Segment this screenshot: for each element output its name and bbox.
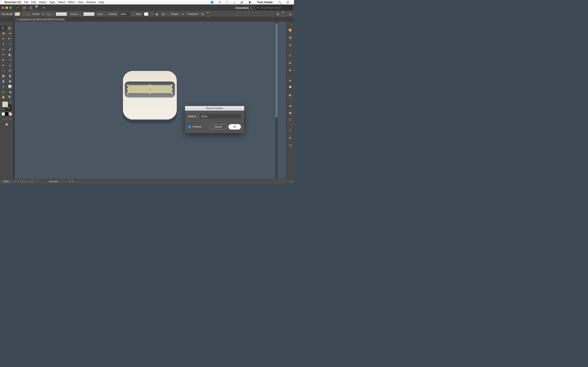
appearance-panel-icon[interactable]: ◉	[288, 110, 293, 115]
mesh-tool[interactable]: ▦	[0, 73, 7, 78]
draw-normal-icon[interactable]: ◻	[2, 117, 4, 120]
color-panel-icon[interactable]: 🎨	[288, 27, 293, 33]
fill-swatch[interactable]	[15, 12, 20, 16]
selected-rectangle[interactable]	[128, 85, 172, 93]
stroke-swatch[interactable]: ▢	[26, 12, 30, 16]
align-icon[interactable]: ⊞	[161, 12, 165, 16]
swap-fill-stroke-icon[interactable]: ⤭	[10, 101, 11, 104]
width-tool[interactable]: ⇔	[0, 63, 7, 68]
bridge-button[interactable]: Br	[22, 6, 26, 10]
menu-type[interactable]: Type	[49, 1, 55, 4]
close-window[interactable]	[2, 7, 4, 9]
preview-checkbox[interactable]: ✓	[188, 125, 191, 128]
stroke-weight-stepper[interactable]: ▲▼	[42, 13, 44, 16]
graphic-style-swatch[interactable]	[144, 12, 148, 16]
resize-handle[interactable]	[171, 84, 173, 86]
paintbrush-tool[interactable]: 🖌	[7, 47, 13, 52]
resize-handle[interactable]	[127, 88, 129, 90]
asset-export-panel-icon[interactable]: ⇩	[288, 117, 293, 123]
rotate-tool[interactable]: ⟳	[0, 57, 7, 63]
gpu-icon[interactable]: ✈	[42, 6, 46, 10]
rectangle-tool[interactable]: ▭	[0, 47, 7, 52]
shape-props-icon[interactable]: ▭	[181, 12, 185, 16]
app-menu[interactable]: Illustrator CC	[4, 1, 21, 4]
shape-label[interactable]: Shape:	[171, 13, 179, 16]
brush-dropdown[interactable]: Basic	[96, 12, 106, 16]
menu-window[interactable]: Window	[86, 1, 96, 4]
account-name[interactable]: Train Simple	[257, 1, 273, 4]
color-mode-black[interactable]	[5, 112, 8, 116]
stroke-panel-icon[interactable]: ≡	[288, 53, 293, 58]
zoom-window[interactable]	[9, 7, 12, 9]
brush-definition[interactable]	[83, 12, 95, 16]
align-panel-icon[interactable]: ≣	[288, 78, 293, 83]
menu-effect[interactable]: Effect	[68, 1, 75, 4]
ok-button[interactable]: OK	[228, 124, 241, 129]
bluetooth-icon[interactable]: ᛒ	[226, 1, 228, 4]
opacity-dropdown[interactable]	[132, 12, 134, 16]
color-mode-none[interactable]	[9, 112, 12, 116]
stroke-profile[interactable]	[56, 12, 67, 16]
shaper-tool[interactable]: ✎	[0, 52, 7, 57]
artboard-tool[interactable]: ▢	[0, 89, 7, 94]
export-panel-icon[interactable]: ↗	[288, 128, 293, 133]
collapse-tools-icon[interactable]: «	[1, 23, 3, 25]
stroke-weight-input[interactable]: 1 pt	[46, 12, 54, 16]
opacity-input[interactable]: 100%	[120, 12, 130, 16]
vertical-scrollbar[interactable]	[275, 22, 278, 179]
direct-selection-tool[interactable]	[7, 25, 13, 31]
battery-icon[interactable]: ▮▯	[249, 1, 252, 4]
snap-icon[interactable]: ⇥ ⌄	[282, 12, 286, 16]
line-tool[interactable]: ／	[7, 42, 13, 47]
workspace-switcher[interactable]: Essentials	[234, 6, 254, 10]
menu-help[interactable]: Help	[99, 1, 104, 4]
scale-tool[interactable]: ⤢	[7, 57, 13, 63]
symbol-sprayer-tool[interactable]: ፨	[0, 84, 7, 89]
cloud-sync-icon[interactable]: 1	[211, 1, 214, 4]
time-machine-icon[interactable]: ↻	[219, 1, 221, 4]
symbols-panel-icon[interactable]: ♣	[288, 67, 293, 73]
shape-builder-tool[interactable]: ⬚	[0, 68, 7, 73]
pen-tool[interactable]: ✒	[0, 36, 7, 42]
zoom-dropdown[interactable]: 100%	[2, 180, 12, 183]
color-guide-panel-icon[interactable]: ◎	[288, 42, 293, 48]
color-mode-white[interactable]	[2, 112, 5, 116]
lasso-tool[interactable]: ⟲	[7, 31, 13, 36]
transparency-panel-icon[interactable]: ◐	[288, 92, 293, 98]
grid-icon[interactable]: ⊞	[276, 12, 280, 16]
panel-menu-icon[interactable]: ≣	[288, 12, 292, 16]
eraser-tool[interactable]: ◧	[7, 52, 13, 57]
expand-panels-icon[interactable]: »	[291, 23, 293, 25]
status-arrows[interactable]: ▸◂	[70, 180, 73, 183]
artboard-dropdown[interactable]: 1	[21, 180, 27, 183]
fill-dropdown[interactable]	[22, 12, 25, 16]
scrollbar-thumb[interactable]	[276, 23, 278, 118]
dropbox-icon[interactable]: ⌂	[233, 1, 235, 4]
brushes-panel-icon[interactable]: 🖌	[288, 60, 293, 65]
transform-label[interactable]: Transform	[187, 13, 198, 16]
resize-handle[interactable]	[171, 88, 173, 90]
cancel-button[interactable]: Cancel	[210, 124, 227, 129]
libraries-panel-icon[interactable]: ☁	[288, 103, 293, 108]
menu-file[interactable]: File	[24, 1, 28, 4]
close-tab-icon[interactable]: ×	[16, 18, 17, 21]
type-tool[interactable]: T	[0, 42, 7, 47]
recolor-icon[interactable]: ◉	[155, 12, 159, 16]
canvas[interactable]: Round Corners Radius: ˄˅ ✓ Preview Cance…	[13, 22, 286, 179]
radius-input[interactable]	[200, 114, 241, 118]
style-dropdown[interactable]	[150, 12, 153, 16]
edit-icon[interactable]: ✂ ⌄	[207, 12, 211, 16]
menu-object[interactable]: Object	[39, 1, 47, 4]
hand-tool[interactable]: ✋	[0, 94, 7, 100]
fill-stroke-control[interactable]: ⤭	[2, 101, 11, 111]
resize-handle[interactable]	[171, 92, 173, 94]
minimize-window[interactable]	[6, 7, 8, 9]
artboard-nav[interactable]: |◂◂	[14, 180, 19, 183]
menu-view[interactable]: View	[78, 1, 84, 4]
spotlight-icon[interactable]: 🔍	[278, 1, 281, 4]
arrange-documents-icon[interactable]: ▦ ⌄	[35, 6, 40, 10]
artboard-nav-next[interactable]: ▸▸|	[29, 180, 34, 183]
scroll-right-icon[interactable]: ▸	[291, 180, 292, 183]
swatches-panel-icon[interactable]: ▤	[288, 35, 293, 40]
perspective-tool[interactable]: ◫	[7, 68, 13, 73]
